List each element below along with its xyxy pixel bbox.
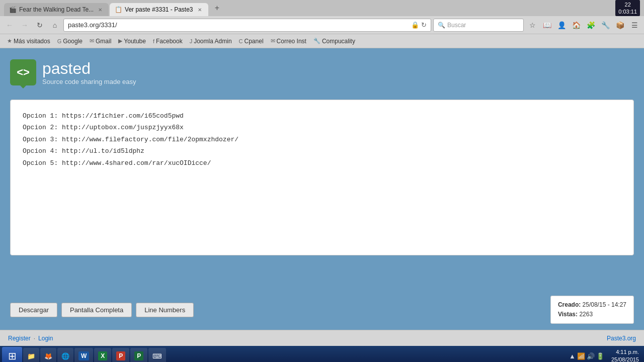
bookmark-label: Youtube	[124, 38, 146, 45]
taskbar-firefox[interactable]: 🦊	[40, 348, 56, 362]
bookmark-joomla[interactable]: J Joomla Admin	[187, 37, 235, 46]
site-name-group: pasted Source code sharing made easy	[42, 59, 136, 85]
tab1-label: Fear the Walking Dead Te...	[19, 6, 94, 13]
reader-view-button[interactable]: 📖	[540, 19, 553, 32]
bookmark-label: Compucality	[322, 38, 355, 45]
word-icon: W	[78, 351, 89, 360]
system-tray: ▲ 📶 🔊 🔋	[567, 352, 606, 360]
logo-symbol: <>	[17, 66, 30, 79]
back-button[interactable]: ←	[3, 19, 16, 32]
tab1-favicon: 🎬	[9, 6, 16, 13]
taskbar-time-value: 4:11 p.m.	[611, 348, 639, 356]
taskbar-word[interactable]: W	[74, 348, 93, 362]
bookmark-label: Correo Inst	[277, 38, 306, 45]
taskbar-clock: 4:11 p.m. 25/08/2015	[608, 348, 642, 362]
container-button[interactable]: 📦	[613, 19, 626, 32]
up-arrow-icon: ▲	[569, 352, 576, 360]
bookmark-label: Google	[63, 38, 83, 45]
address-text: paste3.org/3331/	[68, 21, 117, 29]
bookmark-star-button[interactable]: ☆	[526, 19, 539, 32]
footer: Register · Login Paste3.org	[0, 330, 644, 346]
bookmark-correo[interactable]: ✉ Correo Inst	[268, 37, 309, 46]
menu-button[interactable]: ☰	[628, 19, 641, 32]
footer-brand: Paste3.org	[607, 335, 636, 342]
bookmark-google[interactable]: G Google	[54, 37, 86, 46]
bookmark-mas-visitados[interactable]: ★ Más visitados	[4, 37, 53, 46]
address-bar[interactable]: paste3.org/3331/ 🔒 ↻	[63, 19, 431, 32]
taskbar-powerpoint[interactable]: P	[112, 348, 129, 362]
paste-content-box: Opcion 1: https://1fichier.com/i65cod5pw…	[10, 100, 634, 255]
bookmark-label: Más visitados	[14, 38, 50, 45]
win-hour: 22	[618, 1, 637, 8]
window-clock: 22 0:03:11	[615, 0, 640, 16]
taskbar-excel[interactable]: X	[94, 348, 111, 362]
taskbar-right: ▲ 📶 🔊 🔋 4:11 p.m. 25/08/2015	[567, 348, 642, 362]
bookmarks-bar: ★ Más visitados G Google ✉ Gmail ▶ Youtu…	[0, 34, 644, 48]
forward-button[interactable]: →	[18, 19, 31, 32]
keyboard-icon: ⌨	[152, 352, 162, 360]
facebook-icon: f	[153, 38, 154, 44]
taskbar-files[interactable]: 📁	[23, 348, 39, 362]
site-header: <> pasted Source code sharing made easy	[10, 53, 634, 92]
taskbar: ⊞ 📁 🦊 🌐 W X P P ⌨ ▲ 📶 🔊 🔋 4:11 p.m. 25/0…	[0, 346, 644, 362]
tab2-favicon: 📋	[115, 6, 122, 13]
info-box: Creado: 25/08/15 - 14:27 Vistas: 2263	[550, 296, 634, 324]
win-date: 0:03:11	[618, 8, 637, 15]
bookmark-compucality[interactable]: 🔧 Compucality	[310, 37, 358, 46]
refresh-icon: ↻	[421, 21, 427, 29]
logo-arrow	[19, 84, 27, 88]
battery-icon: 🔋	[596, 352, 604, 360]
footer-separator: ·	[34, 335, 35, 342]
views-row: Vistas: 2263	[558, 310, 626, 319]
synced-tabs-button[interactable]: 👤	[555, 19, 568, 32]
powerpoint-icon: P	[116, 351, 125, 360]
views-label: Vistas:	[558, 311, 578, 318]
more-tools-button[interactable]: 🔧	[599, 19, 612, 32]
reload-button[interactable]: ↻	[33, 19, 46, 32]
fullscreen-button[interactable]: Pantalla Completa	[61, 303, 132, 317]
paste-line-5: Opcion 5: http://www.4shared.com/rar/xuc…	[23, 157, 621, 169]
new-tab-button[interactable]: +	[211, 2, 223, 14]
bookmark-gmail[interactable]: ✉ Gmail	[87, 37, 114, 46]
search-bar[interactable]: 🔍 Buscar	[433, 19, 524, 32]
addon-button[interactable]: 🧩	[584, 19, 597, 32]
cpanel-icon: C	[239, 38, 243, 44]
page-area: <> pasted Source code sharing made easy …	[0, 48, 644, 290]
google-icon: G	[57, 38, 62, 44]
taskbar-date-value: 25/08/2015	[611, 356, 639, 362]
download-button[interactable]: Descargar	[10, 303, 57, 317]
taskbar-chrome[interactable]: 🌐	[57, 348, 73, 362]
line-numbers-button[interactable]: Line Numbers	[136, 303, 194, 317]
login-link[interactable]: Login	[38, 335, 53, 342]
tab-2[interactable]: 📋 Ver paste #3331 - Paste3 ✕	[110, 3, 208, 16]
navigation-bar: ← → ↻ ⌂ paste3.org/3331/ 🔒 ↻ 🔍 Buscar ☆ …	[0, 16, 644, 34]
bookmark-label: Gmail	[96, 38, 111, 45]
site-name: pasted	[42, 59, 136, 78]
tab2-close[interactable]: ✕	[196, 6, 203, 13]
home-nav-button[interactable]: 🏠	[570, 19, 583, 32]
tab-1[interactable]: 🎬 Fear the Walking Dead Te... ✕	[4, 3, 109, 16]
created-row: Creado: 25/08/15 - 14:27	[558, 300, 626, 310]
nav-action-buttons: ☆ 📖 👤 🏠 🧩 🔧 📦 ☰	[526, 19, 641, 32]
tab2-label: Ver paste #3331 - Paste3	[125, 6, 193, 13]
bookmark-label: Cpanel	[245, 38, 264, 45]
taskbar-other[interactable]: ⌨	[148, 348, 166, 362]
start-button[interactable]: ⊞	[2, 347, 22, 362]
star-icon: ★	[7, 38, 12, 44]
views-value: 2263	[579, 311, 593, 318]
bottom-action-bar: Descargar Pantalla Completa Line Numbers…	[0, 290, 644, 330]
paste-line-2: Opcion 2: http://uptobox.com/juspzjyyx68…	[23, 122, 621, 133]
tab1-close[interactable]: ✕	[97, 6, 104, 13]
bookmark-label: Facebook	[156, 38, 183, 45]
bookmark-cpanel[interactable]: C Cpanel	[236, 37, 267, 46]
created-value: 25/08/15 - 14:27	[583, 301, 626, 308]
register-link[interactable]: Register	[8, 335, 31, 342]
publisher-icon: P	[134, 351, 143, 360]
taskbar-publisher[interactable]: P	[130, 348, 147, 362]
home-button[interactable]: ⌂	[48, 19, 61, 32]
bookmark-facebook[interactable]: f Facebook	[150, 37, 186, 46]
bookmark-youtube[interactable]: ▶ Youtube	[115, 37, 149, 46]
address-icons: 🔒 ↻	[411, 21, 427, 29]
title-bar: 🎬 Fear the Walking Dead Te... ✕ 📋 Ver pa…	[0, 0, 644, 16]
youtube-icon: ▶	[118, 38, 122, 44]
